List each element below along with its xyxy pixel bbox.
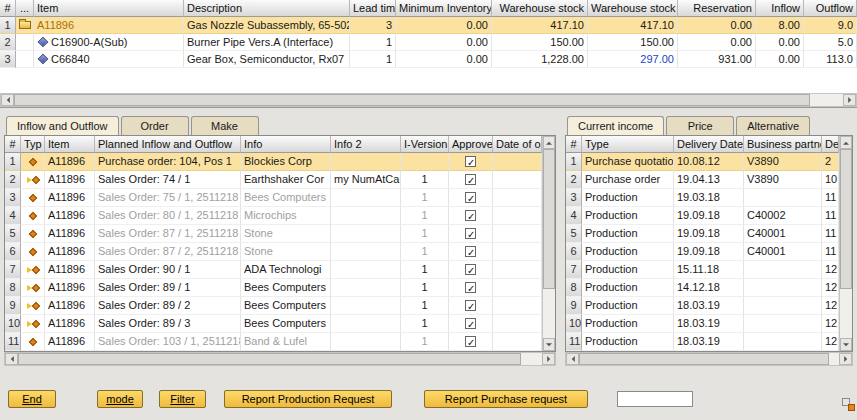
scroll-right-button[interactable] [843,94,856,106]
approved-checkbox[interactable] [465,318,476,329]
tab-inflow-and-outflow[interactable]: Inflow and Outflow [6,116,119,135]
tab-current-income[interactable]: Current income [567,116,664,135]
row-number[interactable]: 1 [566,153,582,171]
scrollbar-thumb[interactable] [840,149,852,289]
row-number[interactable]: 2 [566,171,582,189]
row-number[interactable]: 11 [5,333,21,351]
current-income-row[interactable]: 5 Production 19.09.18 C40001 11 [566,225,839,243]
row-number[interactable]: 8 [566,279,582,297]
row-number[interactable]: 7 [5,261,21,279]
current-income-row[interactable]: 7 Production 15.11.18 12 [566,261,839,279]
row-number[interactable]: 9 [566,297,582,315]
item-code-cell[interactable]: A11896 [34,17,184,34]
right-horizontal-scrollbar[interactable] [565,352,853,366]
row-number[interactable]: 10 [566,315,582,333]
row-number[interactable]: 4 [5,207,21,225]
scroll-up-button[interactable] [840,136,852,149]
row-number[interactable]: 6 [566,243,582,261]
inflow-outflow-row[interactable]: 10 A11896 Sales Order: 89 / 3 Bees Compu… [5,315,542,333]
approved-checkbox[interactable] [465,228,476,239]
approved-cell[interactable] [449,207,493,225]
row-number[interactable]: 6 [5,243,21,261]
row-number[interactable]: 5 [5,225,21,243]
scroll-right-button[interactable] [839,353,852,365]
item-tree-cell[interactable] [16,34,34,51]
inflow-outflow-row[interactable]: 3 A11896 Sales Order: 75 / 1, 2511218 Be… [5,189,542,207]
approved-cell[interactable] [449,189,493,207]
scrollbar-thumb[interactable] [14,94,810,106]
item-code-link[interactable]: C66840 [51,53,90,65]
row-number[interactable]: 7 [566,261,582,279]
warehouse-stock-2-value[interactable]: 417.10 [588,17,678,34]
approved-cell[interactable] [449,225,493,243]
row-number[interactable]: 4 [566,207,582,225]
inventory-item-row[interactable]: 2 C16900-A(Sub) Burner Pipe Vers.A (Inte… [0,34,857,51]
current-income-row[interactable]: 4 Production 19.09.18 C40002 11 [566,207,839,225]
item-code-cell[interactable]: C16900-A(Sub) [34,34,184,51]
scroll-left-button[interactable] [566,353,579,365]
approved-cell[interactable] [449,297,493,315]
scrollbar-track[interactable] [579,353,839,365]
row-number[interactable]: 8 [5,279,21,297]
right-vertical-scrollbar[interactable] [839,136,852,351]
scroll-left-button[interactable] [1,94,14,106]
approved-cell[interactable] [449,279,493,297]
current-income-row[interactable]: 6 Production 19.09.18 C40001 11 [566,243,839,261]
scrollbar-track[interactable] [543,149,555,338]
report-purchase-request-button[interactable]: Report Purchase request [424,390,588,408]
row-number[interactable]: 2 [0,34,16,51]
approved-checkbox[interactable] [465,282,476,293]
scroll-up-button[interactable] [543,136,555,149]
scrollbar-track[interactable] [14,94,843,106]
item-code-link[interactable]: C16900-A(Sub) [51,36,127,48]
report-production-request-button[interactable]: Report Production Request [224,390,392,408]
left-horizontal-scrollbar[interactable] [4,352,556,366]
inflow-outflow-row[interactable]: 11 A11896 Sales Order: 103 / 1, 2511218 … [5,333,542,351]
row-number[interactable]: 3 [566,189,582,207]
item-code-cell[interactable]: C66840 [34,51,184,68]
approved-checkbox[interactable] [465,156,476,167]
scroll-down-button[interactable] [840,338,852,351]
warehouse-stock-2-value[interactable]: 297.00 [588,51,678,68]
approved-checkbox[interactable] [465,264,476,275]
footer-input[interactable] [617,391,693,407]
inflow-outflow-row[interactable]: 2 A11896 Sales Order: 74 / 1 Earthshaker… [5,171,542,189]
row-number[interactable]: 1 [0,17,16,34]
scrollbar-thumb[interactable] [18,353,521,365]
row-number[interactable]: 10 [5,315,21,333]
scrollbar-thumb[interactable] [579,353,829,365]
approved-cell[interactable] [449,171,493,189]
left-vertical-scrollbar[interactable] [542,136,555,351]
layout-grip-icon[interactable] [842,398,855,411]
approved-checkbox[interactable] [465,174,476,185]
scrollbar-thumb[interactable] [543,149,555,289]
current-income-row[interactable]: 3 Production 19.03.18 11 [566,189,839,207]
approved-cell[interactable] [449,243,493,261]
inflow-outflow-row[interactable]: 1 A11896 Purchase order: 104, Pos 1 Bloc… [5,153,542,171]
tab-alternative[interactable]: Alternative [736,116,810,135]
items-horizontal-scrollbar[interactable] [0,93,857,107]
tab-order[interactable]: Order [121,116,189,135]
row-number[interactable]: 1 [5,153,21,171]
inflow-outflow-row[interactable]: 8 A11896 Sales Order: 89 / 1 Bees Comput… [5,279,542,297]
end-button[interactable]: End [8,390,56,408]
inflow-outflow-row[interactable]: 5 A11896 Sales Order: 87 / 1, 2511218 St… [5,225,542,243]
tab-make[interactable]: Make [191,116,259,135]
current-income-row[interactable]: 2 Purchase order 19.04.13 V3890 10 [566,171,839,189]
item-tree-cell[interactable] [16,51,34,68]
row-number[interactable]: 3 [0,51,16,68]
filter-button[interactable]: Filter [159,390,206,408]
row-number[interactable]: 3 [5,189,21,207]
scroll-right-button[interactable] [542,353,555,365]
approved-checkbox[interactable] [465,300,476,311]
approved-cell[interactable] [449,333,493,351]
approved-checkbox[interactable] [465,192,476,203]
approved-cell[interactable] [449,315,493,333]
current-income-row[interactable]: 9 Production 18.03.19 12 [566,297,839,315]
scrollbar-track[interactable] [18,353,542,365]
item-code-link[interactable]: A11896 [37,19,74,31]
item-tree-cell[interactable] [16,17,34,34]
inventory-item-row[interactable]: 1 A11896 Gas Nozzle Subassembly, 65-5025… [0,17,857,34]
row-number[interactable]: 5 [566,225,582,243]
scrollbar-track[interactable] [840,149,852,338]
